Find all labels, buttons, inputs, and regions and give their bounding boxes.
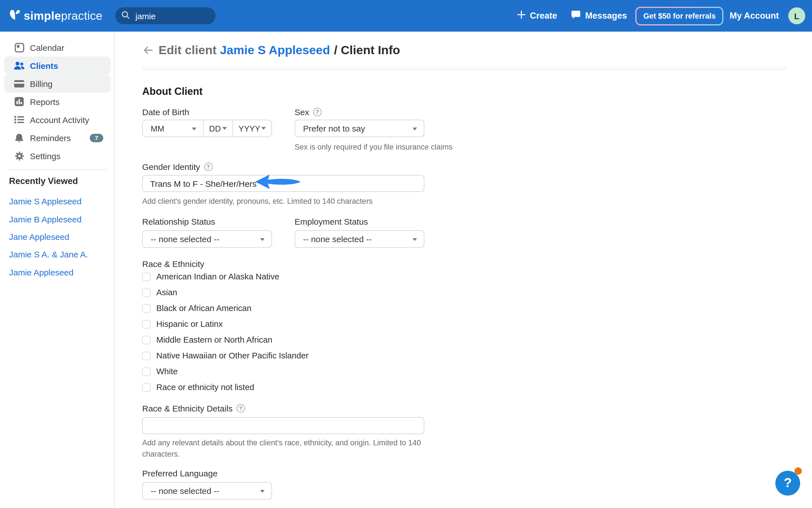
reminders-count-badge: 7 xyxy=(90,133,103,142)
message-bubble-icon xyxy=(571,10,581,22)
race-option-row[interactable]: White xyxy=(142,367,178,376)
checkbox[interactable] xyxy=(142,304,151,312)
sex-helper-text: Sex is only required if you file insuran… xyxy=(295,142,453,153)
title-separator: / xyxy=(334,43,337,57)
referral-button[interactable]: Get $50 for referrals xyxy=(635,7,724,26)
topbar: simplepractice Create xyxy=(0,0,812,32)
search-box[interactable] xyxy=(115,7,216,24)
create-label: Create xyxy=(530,11,557,21)
brand-logo[interactable]: simplepractice xyxy=(7,0,102,32)
app-root: simplepractice Create xyxy=(0,0,812,508)
recently-viewed-title: Recently Viewed xyxy=(9,176,78,186)
help-fab-button[interactable]: ? xyxy=(775,471,800,496)
race-details-helper-text: Add any relevant details about the clien… xyxy=(142,437,437,460)
employment-status-label: Employment Status xyxy=(295,217,368,226)
dob-label: Date of Birth xyxy=(142,107,189,117)
dob-year-select[interactable]: YYYY xyxy=(232,120,271,137)
sidebar-item-label: Clients xyxy=(30,61,58,70)
avatar[interactable]: L xyxy=(788,7,805,24)
search-input[interactable] xyxy=(134,10,210,21)
chevron-down-icon xyxy=(412,238,417,241)
chevron-down-icon xyxy=(192,128,196,130)
billing-icon xyxy=(13,80,25,87)
checkbox[interactable] xyxy=(142,288,151,297)
sidebar-item-label: Account Activity xyxy=(30,115,89,124)
back-arrow-icon[interactable] xyxy=(142,45,153,55)
client-name-link[interactable]: Jamie S Appleseed xyxy=(220,43,330,57)
account-activity-icon xyxy=(13,116,25,124)
gear-icon xyxy=(13,151,25,161)
about-client-heading: About Client xyxy=(142,86,202,98)
relationship-status-select[interactable]: -- none selected -- xyxy=(142,230,272,248)
help-icon[interactable]: ? xyxy=(236,404,245,413)
employment-status-select[interactable]: -- none selected -- xyxy=(295,230,424,248)
recent-client-link[interactable]: Jamie Appleseed xyxy=(9,267,74,277)
race-option-row[interactable]: Hispanic or Latinx xyxy=(142,320,223,329)
checkbox[interactable] xyxy=(142,336,151,344)
edit-client-prefix: Edit client xyxy=(159,43,216,57)
notification-dot xyxy=(795,467,802,475)
race-option-row[interactable]: Black or African American xyxy=(142,304,252,313)
gender-identity-helper-text: Add client's gender identity, pronouns, … xyxy=(142,196,373,207)
race-option-row[interactable]: American Indian or Alaska Native xyxy=(142,272,279,281)
race-details-label: Race & Ethnicity Details ? xyxy=(142,404,245,413)
recent-client-link[interactable]: Jane Appleseed xyxy=(9,232,70,242)
dob-day-select[interactable]: DD xyxy=(203,120,232,137)
butterfly-logo-icon xyxy=(7,7,22,24)
race-option-row[interactable]: Asian xyxy=(142,288,177,297)
checkbox[interactable] xyxy=(142,320,151,328)
sidebar: Calendar Clients Billing xyxy=(0,32,115,508)
sidebar-item-label: Reminders xyxy=(30,133,71,142)
sidebar-item-clients[interactable]: Clients xyxy=(4,56,110,75)
race-option-row[interactable]: Race or ethnicity not listed xyxy=(142,383,254,392)
messages-button[interactable]: Messages xyxy=(571,0,627,32)
plus-icon xyxy=(517,11,525,21)
chevron-down-icon xyxy=(412,128,417,130)
recent-client-link[interactable]: Jamie S Appleseed xyxy=(9,197,82,206)
chevron-down-icon xyxy=(262,127,266,130)
page-title: Edit client Jamie S Appleseed/Client Inf… xyxy=(159,43,400,57)
create-button[interactable]: Create xyxy=(517,0,557,32)
race-option-row[interactable]: Middle Eastern or North African xyxy=(142,335,272,344)
recent-client-link[interactable]: Jamie B Appleseed xyxy=(9,214,82,224)
checkbox[interactable] xyxy=(142,351,151,360)
brand-wordmark: simplepractice xyxy=(24,9,102,23)
chevron-down-icon xyxy=(223,127,227,130)
gender-identity-input[interactable] xyxy=(142,175,424,192)
race-details-input[interactable] xyxy=(142,417,424,434)
reports-icon xyxy=(13,97,25,106)
race-option-row[interactable]: Native Hawaiian or Other Pacific Islande… xyxy=(142,351,309,360)
recent-client-link[interactable]: Jamie S A. & Jane A. xyxy=(9,250,88,259)
checkbox[interactable] xyxy=(142,383,151,391)
my-account-button[interactable]: My Account xyxy=(730,0,779,32)
sidebar-item-reminders[interactable]: Reminders 7 xyxy=(4,129,110,147)
calendar-icon xyxy=(13,43,25,52)
race-ethnicity-label: Race & Ethnicity xyxy=(142,259,204,269)
header-divider xyxy=(142,66,787,70)
referral-button-label: Get $50 for referrals xyxy=(636,8,723,24)
checkbox[interactable] xyxy=(142,367,151,376)
dob-select-group: MM DD YYYY xyxy=(142,120,272,137)
checkbox[interactable] xyxy=(142,272,151,281)
preferred-language-select[interactable]: -- none selected -- xyxy=(142,482,272,500)
help-icon[interactable]: ? xyxy=(313,108,322,116)
sidebar-item-reports[interactable]: Reports xyxy=(4,93,110,111)
relationship-status-label: Relationship Status xyxy=(142,217,215,226)
sex-label: Sex ? xyxy=(295,107,322,117)
sidebar-item-account-activity[interactable]: Account Activity xyxy=(4,111,110,129)
section-name: Client Info xyxy=(341,43,400,57)
sidebar-item-calendar[interactable]: Calendar xyxy=(4,38,110,56)
sex-select[interactable]: Prefer not to say xyxy=(295,120,424,137)
clients-icon xyxy=(13,61,25,70)
dob-month-select[interactable]: MM xyxy=(143,120,203,137)
preferred-language-label: Preferred Language xyxy=(142,468,218,478)
sidebar-item-label: Settings xyxy=(30,151,60,161)
sidebar-item-billing[interactable]: Billing xyxy=(4,75,110,93)
sidebar-item-settings[interactable]: Settings xyxy=(4,147,110,165)
help-icon[interactable]: ? xyxy=(204,163,213,171)
chevron-down-icon xyxy=(260,490,265,493)
search-icon xyxy=(121,10,130,21)
messages-label: Messages xyxy=(585,11,627,21)
sidebar-item-label: Calendar xyxy=(30,43,64,52)
my-account-label: My Account xyxy=(730,11,779,21)
